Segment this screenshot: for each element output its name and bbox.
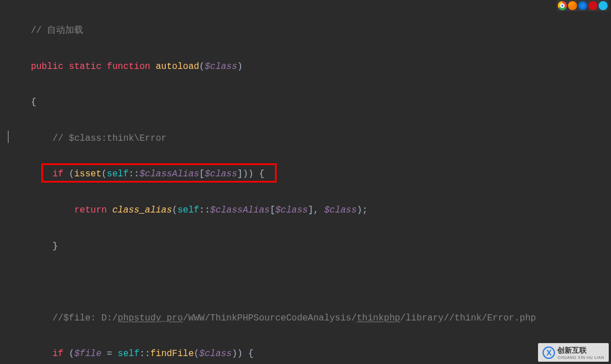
keyword-static: static	[69, 62, 102, 72]
safari-icon[interactable]	[578, 1, 587, 10]
code-line: // $class:think\Error	[9, 129, 611, 148]
builtin-isset: isset	[74, 169, 101, 179]
code-line	[9, 273, 611, 291]
keyword-function: function	[107, 62, 150, 72]
variable: $class	[324, 205, 357, 215]
comment: // $class:think\Error	[53, 133, 167, 144]
browser-icon-tray	[557, 0, 609, 11]
variable: $class	[205, 62, 238, 72]
comment: //$file: D:/phpstudy_pro/WWW/ThinkPHPSou…	[53, 313, 536, 323]
variable: $classAlias	[210, 205, 270, 215]
variable: $classAlias	[139, 169, 199, 179]
code-line: //$file: D:/phpstudy_pro/WWW/ThinkPHPSou…	[9, 309, 611, 327]
function-name: autoload	[156, 62, 199, 72]
code-line: // 自动加载	[9, 21, 611, 40]
code-line: }	[9, 237, 611, 255]
text-caret	[8, 131, 8, 143]
code-line: public static function autoload($class)	[9, 58, 611, 76]
watermark-icon: X	[543, 346, 555, 359]
watermark-text: 创新互联	[557, 345, 604, 356]
method-call: findFile	[150, 349, 194, 359]
variable: $file	[74, 349, 101, 359]
variable: $class	[199, 349, 232, 359]
variable: $class	[205, 169, 238, 179]
ie-icon[interactable]	[599, 1, 608, 10]
keyword-public: public	[31, 62, 63, 72]
chrome-icon[interactable]	[558, 1, 567, 10]
keyword-self: self	[178, 205, 199, 215]
code-line: return class_alias(self::$classAlias[$cl…	[9, 201, 611, 219]
keyword-self: self	[118, 349, 139, 359]
firefox-icon[interactable]	[568, 1, 577, 10]
watermark-sub: CHUANG XIN HU LIAN	[557, 356, 604, 359]
comment: // 自动加载	[31, 25, 83, 36]
watermark: X 创新互联 CHUANG XIN HU LIAN	[538, 343, 609, 362]
code-editor[interactable]: // 自动加载 public static function autoload(…	[0, 0, 611, 364]
code-line: if ($file = self::findFile($class)) {	[9, 345, 611, 363]
keyword-if: if	[53, 349, 63, 359]
keyword-return: return	[74, 205, 107, 215]
code-line: if (isset(self::$classAlias[$class])) {	[9, 165, 611, 183]
function-call: class_alias	[112, 205, 172, 215]
keyword-self: self	[107, 169, 128, 179]
opera-icon[interactable]	[588, 1, 597, 10]
code-line: {	[9, 93, 611, 111]
keyword-if: if	[53, 169, 63, 179]
variable: $class	[276, 205, 308, 215]
